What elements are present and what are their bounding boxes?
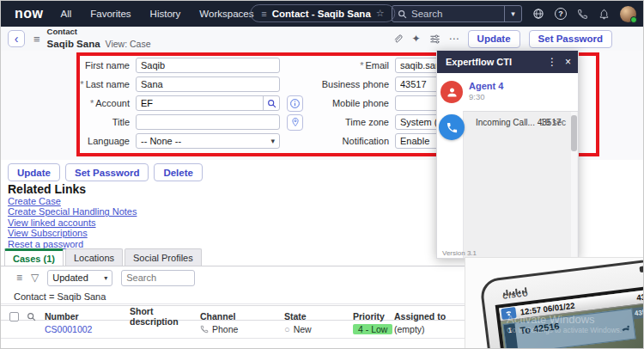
star-icon[interactable]: ☆ xyxy=(376,8,385,19)
global-search-input[interactable]: Search ▾ xyxy=(392,5,522,22)
agent-name: Agent 4 xyxy=(469,81,503,92)
answer-call-icon[interactable] xyxy=(439,114,465,140)
form-column-left: *First name *Last name *Account xyxy=(80,58,303,152)
record-type-label: Contact xyxy=(47,28,151,36)
required-marker: * xyxy=(90,98,94,108)
top-nav-right: Search ▾ ? xyxy=(392,5,644,22)
list-search-input[interactable] xyxy=(121,270,195,286)
column-search-icon[interactable] xyxy=(27,312,45,321)
cisco-phone-photo: CISCO CISCO 12:57 06/01/22 43517 1 To 42… xyxy=(465,257,644,349)
record-title-block: Contact Saqib SanaView: Case xyxy=(47,28,151,51)
language-select[interactable]: -- None -- ▾ xyxy=(136,133,280,149)
language-select-value: -- None -- xyxy=(141,136,181,146)
nav-item-all[interactable]: All xyxy=(61,9,72,19)
link-view-subscriptions[interactable]: View Subscriptions xyxy=(8,228,137,238)
account-label: *Account xyxy=(80,98,130,108)
case-number-link[interactable]: CS0001002 xyxy=(45,324,130,334)
filter-funnel-icon[interactable]: ▽ xyxy=(31,272,39,284)
mobile-phone-label: *Mobile phone xyxy=(320,98,389,108)
phone-icon[interactable] xyxy=(577,9,588,20)
last-name-label: *Last name xyxy=(80,79,130,89)
sort-field-select[interactable]: Updated ▾ xyxy=(47,270,112,286)
col-channel[interactable]: Channel xyxy=(200,311,284,321)
form-context-menu-icon[interactable]: ≡ xyxy=(33,33,40,46)
set-password-button[interactable]: Set Password xyxy=(65,163,149,181)
account-reference-field xyxy=(136,95,280,111)
notification-label: *Notification xyxy=(320,136,389,146)
related-links-title: Related Links xyxy=(8,182,137,196)
last-name-input[interactable] xyxy=(136,77,280,92)
cti-version-label: Version 3.1 xyxy=(442,249,477,257)
context-record-pill[interactable]: ≡ Contact - Saqib Sana ☆ xyxy=(250,4,395,22)
form-row-language: *Language -- None -- ▾ xyxy=(80,133,303,149)
offhook-phone-icon xyxy=(619,321,632,338)
list-menu-icon[interactable]: ≡ xyxy=(16,272,22,284)
context-record-label: Contact - Saqib Sana xyxy=(272,9,371,19)
cti-agent-row: Agent 4 9:30 xyxy=(437,73,578,108)
kebab-menu-icon[interactable]: ⋮ xyxy=(547,56,557,68)
account-info-icon[interactable] xyxy=(287,95,303,112)
tab-locations[interactable]: Locations xyxy=(65,248,123,266)
scrollbar-thumb[interactable] xyxy=(571,115,577,151)
location-pin-icon[interactable] xyxy=(287,114,303,131)
help-icon[interactable]: ? xyxy=(555,8,567,20)
record-name: Saqib Sana xyxy=(47,39,100,49)
phone-body: CISCO CISCO 12:57 06/01/22 43517 1 To 42… xyxy=(479,257,644,349)
record-header: ‹ ≡ Contact Saqib SanaView: Case ✦ ⋯ Upd… xyxy=(1,27,644,51)
col-state[interactable]: State xyxy=(284,311,353,321)
related-links-section: Related Links Create Case Create Special… xyxy=(8,182,137,249)
form-row-first-name: *First name xyxy=(80,58,303,73)
title-input[interactable] xyxy=(136,114,280,130)
phone-hw-button xyxy=(639,265,644,272)
required-marker: * xyxy=(80,79,83,89)
first-name-input[interactable] xyxy=(136,58,280,73)
phone-channel-icon xyxy=(200,325,209,334)
set-password-button-header[interactable]: Set Password xyxy=(529,30,612,48)
sparkle-icon[interactable]: ✦ xyxy=(412,33,421,45)
chevron-down-icon: ▾ xyxy=(104,274,107,282)
paperclip-icon[interactable] xyxy=(392,34,404,45)
form-row-title: *Title xyxy=(80,114,303,130)
globe-icon[interactable] xyxy=(532,8,544,20)
account-input[interactable] xyxy=(137,98,263,108)
nav-item-favorites[interactable]: Favorites xyxy=(90,9,131,19)
servicenow-window: now All Favorites History Workspaces ≡ C… xyxy=(0,0,644,349)
col-number[interactable]: Number xyxy=(45,311,130,321)
cti-scrollbar[interactable] xyxy=(571,112,577,258)
update-button[interactable]: Update xyxy=(8,163,60,181)
link-create-case[interactable]: Create Case xyxy=(8,196,137,206)
tab-social-profiles[interactable]: Social Profiles xyxy=(125,248,202,266)
sort-field-value: Updated xyxy=(52,272,88,283)
col-short-description[interactable]: Short description xyxy=(130,306,200,327)
link-create-special-handling-notes[interactable]: Create Special Handling Notes xyxy=(8,206,137,217)
call-duration: 19 sec xyxy=(541,118,566,127)
more-options-icon[interactable]: ⋯ xyxy=(449,33,459,45)
nav-item-history[interactable]: History xyxy=(150,9,181,19)
menu-icon: ≡ xyxy=(261,9,266,19)
reference-lookup-icon[interactable] xyxy=(263,96,279,110)
email-label: *Email xyxy=(320,60,389,70)
search-scope-dropdown[interactable]: ▾ xyxy=(504,6,521,21)
personalize-sliders-icon[interactable] xyxy=(429,34,440,45)
close-icon[interactable]: × xyxy=(565,56,571,68)
phone-line-icon xyxy=(501,307,516,320)
top-nav: now All Favorites History Workspaces ≡ C… xyxy=(1,1,644,27)
delete-button[interactable]: Delete xyxy=(154,163,203,181)
tab-cases[interactable]: Cases (1) xyxy=(4,248,64,266)
col-priority[interactable]: Priority xyxy=(353,311,394,321)
link-view-linked-accounts[interactable]: View linked accounts xyxy=(8,217,137,228)
update-button-header[interactable]: Update xyxy=(468,30,520,48)
agent-avatar-icon xyxy=(440,81,463,103)
now-logo: now xyxy=(15,6,44,21)
user-avatar[interactable] xyxy=(620,6,636,22)
form-action-buttons: Update Set Password Delete xyxy=(8,163,203,181)
notifications-bell-icon[interactable] xyxy=(598,9,610,20)
chevron-left-icon: ‹ xyxy=(15,33,19,45)
chevron-down-icon: ▾ xyxy=(511,9,515,18)
back-button[interactable]: ‹ xyxy=(8,30,25,47)
first-name-label: *First name xyxy=(80,60,130,70)
phone-datetime: 12:57 06/01/22 xyxy=(519,301,575,317)
cti-header[interactable]: Expertflow CTI ⋮ × xyxy=(437,51,578,73)
nav-item-workspaces[interactable]: Workspaces xyxy=(199,9,253,19)
select-all-checkbox[interactable] xyxy=(9,312,19,321)
